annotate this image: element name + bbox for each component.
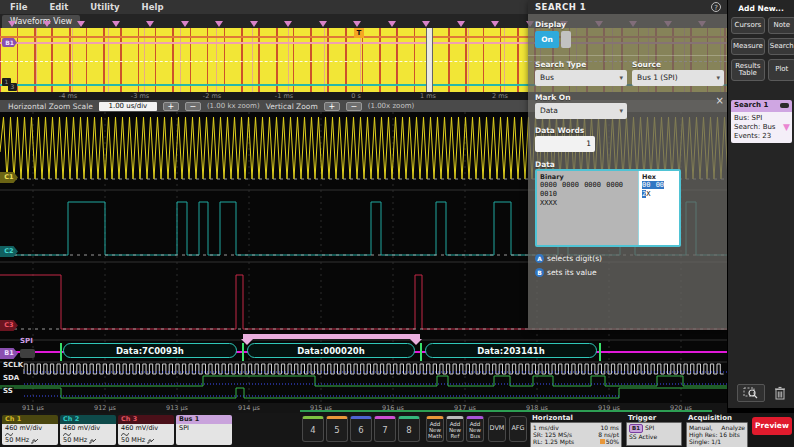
add-new-bus-button[interactable]: Add New Bus <box>466 416 484 442</box>
search-match-highlight-bar <box>243 334 420 339</box>
add-note-button[interactable]: Note <box>768 17 794 34</box>
add-plot-button[interactable]: Plot <box>768 59 794 81</box>
knob-b-hint-text: sets its value <box>547 268 597 277</box>
search-event-mark-icon <box>112 21 120 27</box>
search-event-mark-icon <box>146 21 154 27</box>
menu-edit[interactable]: Edit <box>49 2 68 12</box>
bandwidth-icon <box>89 438 96 444</box>
search1-card-toggle-icon[interactable] <box>780 103 789 108</box>
zoom-window-handle[interactable] <box>426 28 433 92</box>
ch2-settings-badge[interactable]: Ch 2 460 mV/div 50 MHz <box>60 415 116 445</box>
h-zoom-decrease-button[interactable]: − <box>185 102 201 111</box>
search-type-dropdown[interactable]: Bus ▾ <box>535 70 627 86</box>
knob-b-icon: B <box>535 268 544 277</box>
ch3-settings-badge[interactable]: Ch 3 460 mV/div 50 MHz <box>118 415 174 445</box>
ch1-bandwidth: 50 MHz <box>5 437 29 444</box>
chevron-down-icon: ▾ <box>619 70 623 86</box>
search-event-mark-icon <box>77 21 85 27</box>
overview-time-label: 2 ms <box>492 92 508 100</box>
vertical-zoom-label: Vertical Zoom <box>266 102 318 111</box>
v-zoom-increase-button[interactable]: + <box>324 102 340 111</box>
horizontal-title: Horizontal <box>530 414 622 422</box>
h-zoom-increase-button[interactable]: + <box>163 102 179 111</box>
time-axis-label: 914 μs <box>238 404 260 412</box>
search1-type-line: Search: Bus <box>734 123 789 132</box>
time-axis-label: 912 μs <box>94 404 116 412</box>
horizontal-scale: 1 ms/div <box>533 424 559 431</box>
binary-pattern-area[interactable]: Binary 0000 0000 0000 0000 0010 XXXX <box>537 171 638 245</box>
search-panel-titlebar[interactable]: SEARCH 1 ? <box>528 0 727 14</box>
hex-selected-value: 00 00 <box>642 181 664 189</box>
help-icon[interactable]: ? <box>711 2 721 12</box>
acquisition-single: Single: 1/1 <box>689 438 745 445</box>
acquisition-mode: Manual, <box>689 424 713 431</box>
menu-file[interactable]: File <box>10 2 27 12</box>
dvm-button[interactable]: DVM <box>488 416 506 442</box>
add-new-ref-button[interactable]: Add New Ref <box>446 416 464 442</box>
bus-decode-packet: Data:203141h <box>425 343 597 358</box>
acquisition-analyze: Analyze <box>721 424 745 431</box>
overview-bus-b1-marker: B1 <box>2 38 17 47</box>
search1-result-card[interactable]: Search 1 Bus: SPI Search: Bus Events: 23… <box>731 100 792 143</box>
panel-divider <box>528 55 727 56</box>
digital-ss-label: SS <box>2 387 14 395</box>
ch1-scale: 460 mV/div <box>5 425 58 432</box>
data-words-input[interactable]: 1 <box>535 136 595 152</box>
channel8-button[interactable]: 8 <box>398 416 420 442</box>
bus1-type: SPI <box>179 425 232 432</box>
display-toggle[interactable]: On <box>535 31 571 48</box>
record-length: RL: 1.25 Mpts <box>533 438 574 445</box>
add-measure-button[interactable]: Measure <box>731 38 765 55</box>
trigger-position-marker[interactable]: T <box>354 28 364 38</box>
add-cursors-button[interactable]: Cursors <box>731 17 765 34</box>
bandwidth-icon <box>31 438 38 444</box>
menu-utility[interactable]: Utility <box>90 2 119 12</box>
h-zoom-factor-label: (1.00 kx zoom) <box>207 102 260 110</box>
hex-pattern-area[interactable]: Hex 00 00 2X <box>638 171 679 245</box>
channel4-button[interactable]: 4 <box>302 416 324 442</box>
bus1-handle[interactable] <box>20 349 35 358</box>
add-results-table-button[interactable]: Results Table <box>731 59 765 81</box>
mark-on-label: Mark On <box>535 93 571 102</box>
digital-sda-label: SDA <box>2 374 20 382</box>
zoom-mode-button[interactable] <box>737 384 765 402</box>
v-zoom-decrease-button[interactable]: − <box>346 102 362 111</box>
trigger-section[interactable]: Trigger B1SPI SS Active <box>626 414 682 446</box>
channel5-button[interactable]: 5 <box>326 416 348 442</box>
trigger-source-badge: B1 <box>629 424 643 433</box>
channel7-button[interactable]: 7 <box>374 416 396 442</box>
afg-button[interactable]: AFG <box>509 416 527 442</box>
trash-icon[interactable] <box>774 386 786 400</box>
acquisition-section[interactable]: Acquisition Manual,Analyze High Res: 16 … <box>686 414 748 447</box>
search-event-mark-icon <box>491 21 499 27</box>
source-dropdown[interactable]: Bus 1 (SPI) ▾ <box>632 70 724 86</box>
channel6-button[interactable]: 6 <box>350 416 372 442</box>
source-label: Source <box>632 60 661 69</box>
preview-button[interactable]: Preview <box>752 417 792 435</box>
add-search-button[interactable]: Search <box>768 38 794 55</box>
search-event-mark-icon <box>319 21 327 27</box>
sample-rate: SR: 125 MS/s <box>533 431 572 438</box>
knob-a-hint-text: selects digit(s) <box>547 254 602 263</box>
add-new-math-button[interactable]: Add New Math <box>426 416 444 442</box>
close-icon[interactable]: × <box>716 96 724 106</box>
trigger-type: SPI <box>645 424 654 433</box>
data-pattern-editor[interactable]: Binary 0000 0000 0000 0000 0010 XXXX Hex… <box>535 169 681 247</box>
search-panel-title: SEARCH 1 <box>535 2 586 12</box>
resolution: 8 ns/pt <box>598 431 619 438</box>
v-zoom-factor-label: (1.00x zoom) <box>368 102 414 110</box>
menu-help[interactable]: Help <box>142 2 164 12</box>
ch2-scale: 460 mV/div <box>63 425 116 432</box>
ch3-bandwidth: 50 MHz <box>121 437 145 444</box>
chevron-down-icon: ▾ <box>716 70 720 86</box>
zoom-region-indicator-line <box>300 410 712 412</box>
sidebar-tools <box>728 384 794 402</box>
oscilloscope-app: File Edit Utility Help Waveform View T B… <box>0 0 794 447</box>
horizontal-zoom-scale-value[interactable]: 1.00 us/div <box>99 102 157 111</box>
bus1-settings-badge[interactable]: Bus 1 SPI <box>176 415 232 445</box>
acquisition-resolution: High Res: 16 bits <box>689 431 745 438</box>
horizontal-section[interactable]: Horizontal 1 ms/div10 ms SR: 125 MS/s8 n… <box>530 414 622 447</box>
bus1-name: Bus 1 <box>176 415 232 424</box>
ch1-settings-badge[interactable]: Ch 1 460 mV/div 50 MHz <box>2 415 58 445</box>
mark-on-dropdown[interactable]: Data ▾ <box>535 103 627 119</box>
